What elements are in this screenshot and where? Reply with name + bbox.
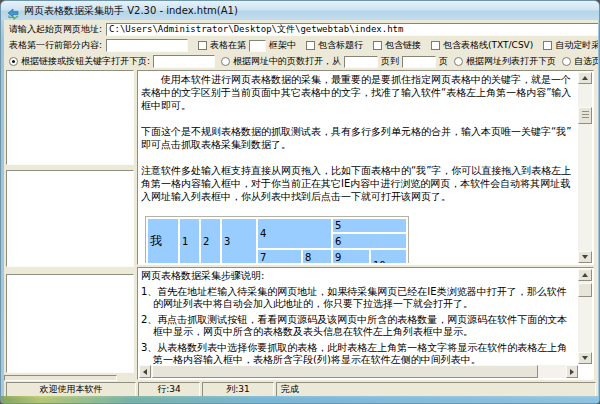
scroll-down-button[interactable] (578, 352, 592, 364)
app-icon (7, 5, 19, 17)
table-cell[interactable]: 1 (180, 219, 199, 263)
page-to-label: 页到 (381, 55, 399, 68)
table-cell[interactable]: 10 (371, 250, 406, 263)
table-cell[interactable]: 6 (333, 234, 406, 248)
page-suffix-label: 页 (439, 55, 448, 68)
table-cell[interactable]: 2 (201, 219, 220, 263)
first-cell-label: 表格第一行前部分内容: (9, 39, 102, 52)
steps-content: 网页表格数据采集步骤说明: 1、首先在地址栏输入待采集的网页地址，如果待采集网页… (141, 270, 576, 364)
first-cell-input[interactable] (106, 39, 188, 52)
table-cell[interactable]: 9 (333, 250, 369, 263)
checkbox-frame[interactable] (198, 41, 207, 50)
radio-keyword-label: 根据链接或按钮关键字打开下页: (21, 55, 150, 68)
table-cell[interactable]: 5 (333, 219, 406, 232)
window-title: 网页表格数据采集助手 V2.30 - index.htm(A1) (24, 4, 238, 18)
page-from-input[interactable] (344, 56, 378, 68)
address-label: 请输入起始页网页地址: (9, 23, 102, 36)
steps-horizontal-scrollbar[interactable] (139, 365, 578, 378)
step-item: 2、再点击抓取测试按钮，看看网页源码及该网页中所含的表格数量，网页源码在软件下面… (141, 314, 576, 338)
status-col-count: 列:31 (202, 382, 274, 397)
steps-vertical-scrollbar[interactable] (578, 269, 592, 364)
steps-title: 网页表格数据采集步骤说明: (141, 270, 576, 282)
checkbox-include-links-label: 包含链接 (385, 39, 421, 52)
radio-url-pagenum[interactable] (221, 57, 230, 66)
table-cell[interactable]: 我 (148, 219, 178, 263)
checkbox-gridlines-label: 包含表格线(TXT/CSV) (443, 39, 533, 52)
options-row: 表格第一行前部分内容: 表格在第 框架中 包含标题行 包含链接 包含表格线(TX (9, 39, 598, 52)
tables-listbox[interactable] (6, 70, 134, 165)
step-item: 1、首先在地址栏输入待采集的网页地址，如果待采集网页已经在IE类浏览器中打开了，… (141, 286, 576, 310)
address-value: C:\Users\Administrator\Desktop\文件\getweb… (109, 23, 403, 36)
intro-paragraph: 使用本软件进行网页表格数据的采集，最重要的是要抓住指定网页表格中的关键字，就是一… (141, 73, 576, 112)
scrollbar-thumb[interactable] (152, 365, 538, 378)
checkbox-include-links[interactable] (373, 41, 382, 50)
status-state: 完成 (276, 382, 596, 397)
scroll-up-button[interactable] (578, 72, 592, 84)
progress-bar (4, 375, 117, 381)
status-row-count: 行:34 (138, 382, 200, 397)
url-listbox[interactable] (6, 274, 134, 373)
dragdrop-paragraph: 注意软件多处输入框支持直接从网页拖入，比如下面表格中的“我”字，你可以直接拖入到… (141, 164, 576, 203)
table-cell[interactable]: 8 (303, 250, 331, 263)
test-table-paragraph: 下面这个是不规则表格数据的抓取测试表，具有多行多列单元格的合并，输入本页唯一关键… (141, 125, 576, 151)
table-cell[interactable]: 3 (222, 219, 256, 263)
checkbox-header-row-label: 包含标题行 (318, 39, 363, 52)
checkbox-header-row[interactable] (306, 41, 315, 50)
fields-listbox[interactable] (6, 170, 134, 267)
scrollbar-thumb[interactable] (578, 283, 592, 297)
paging-row: 根据链接或按钮关键字打开下页: 根据网址中的页数打开，从 页到 页 根据网址列表… (9, 55, 598, 68)
radio-keyword-next-page[interactable] (9, 57, 18, 66)
frame-label-suf: 框架中 (269, 39, 296, 52)
radio-page-menu[interactable] (562, 57, 571, 66)
web-preview-panel: 使用本软件进行网页表格数据的采集，最重要的是要抓住指定网页表格中的关键字，就是一… (137, 70, 594, 265)
address-row: 请输入起始页网页地址: C:\Users\Administrator\Deskt… (9, 23, 598, 36)
address-input[interactable]: C:\Users\Administrator\Desktop\文件\getweb… (106, 23, 598, 36)
frame-number-input[interactable] (249, 40, 266, 52)
scroll-up-button[interactable] (578, 269, 592, 281)
client-area: 请输入起始页网页地址: C:\Users\Administrator\Deskt… (4, 20, 598, 398)
radio-page-menu-label: 自选页码选单到下页 (574, 55, 598, 68)
page-to-input[interactable] (402, 56, 436, 68)
scroll-down-button[interactable] (578, 251, 592, 263)
status-welcome: 欢迎使用本软件 (6, 382, 136, 397)
step-item: 3、从表格数列表中选择你要抓取的表格，此时表格左上角第一格文字将显示在软件的表格… (141, 342, 576, 364)
radio-url-list[interactable] (454, 57, 463, 66)
web-preview-content: 使用本软件进行网页表格数据的采集，最重要的是要抓住指定网页表格中的关键字，就是一… (141, 73, 576, 263)
table-cell[interactable]: 7 (258, 250, 301, 263)
checkbox-auto-timer-label: 自动定时采集/网页加载 (555, 39, 598, 52)
frame-label-pre: 表格在第 (210, 39, 246, 52)
status-bar: 欢迎使用本软件 行:34 列:31 完成 (6, 382, 596, 397)
table-cell[interactable]: 4 (258, 219, 331, 248)
keyword-input[interactable] (153, 55, 215, 68)
scroll-left-button[interactable] (139, 365, 151, 378)
checkbox-gridlines[interactable] (431, 41, 440, 50)
steps-panel: 网页表格数据采集步骤说明: 1、首先在地址栏输入待采集的网页地址，如果待采集网页… (137, 267, 594, 380)
radio-url-pagenum-label: 根据网址中的页数打开，从 (233, 55, 341, 68)
scroll-right-button[interactable] (566, 365, 578, 378)
radio-url-list-label: 根据网址列表打开下页 (466, 55, 556, 68)
checkbox-auto-timer[interactable] (543, 41, 552, 50)
title-bar[interactable]: 网页表格数据采集助手 V2.30 - index.htm(A1) (1, 1, 599, 20)
steps-list: 1、首先在地址栏输入待采集的网页地址，如果待采集网页已经在IE类浏览器中打开了，… (141, 286, 576, 364)
scrollbar-thumb[interactable] (578, 107, 592, 124)
demo-table[interactable]: 我1234567891011121314161819 (145, 216, 409, 263)
app-window: 网页表格数据采集助手 V2.30 - index.htm(A1) 请输入起始页网… (0, 0, 600, 404)
preview-vertical-scrollbar[interactable] (578, 72, 592, 263)
